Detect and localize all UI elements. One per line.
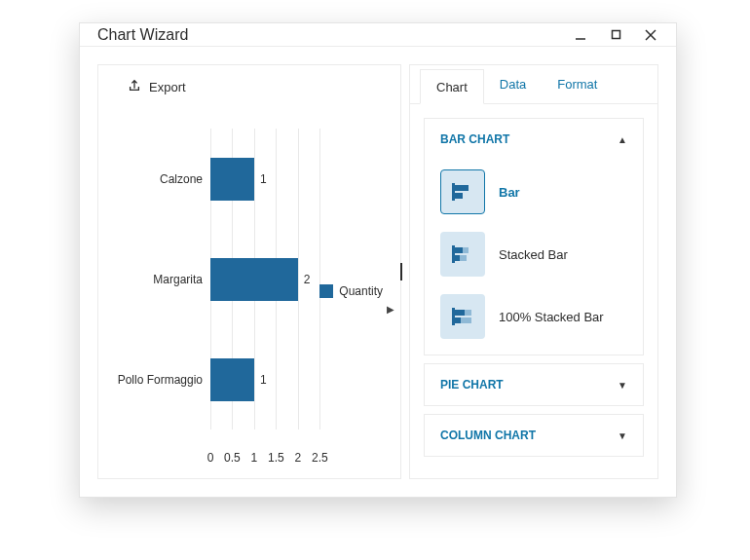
accordion-title-pie: PIE CHART	[440, 378, 504, 392]
category-label: Margarita	[113, 273, 210, 286]
chevron-down-icon: ▼	[618, 380, 627, 391]
chart-type-bar-label: Bar	[499, 185, 520, 200]
legend-label: Quantity	[339, 284, 383, 298]
x-tick-label: 0.5	[224, 451, 241, 465]
chart-type-bar[interactable]: Bar	[436, 166, 631, 218]
chart-type-stacked-bar[interactable]: Stacked Bar	[436, 228, 631, 280]
grid-line	[319, 129, 320, 429]
bar-value-label: 1	[260, 373, 267, 387]
svg-rect-10	[455, 255, 460, 261]
resize-handle[interactable]	[400, 263, 402, 280]
svg-rect-12	[452, 308, 455, 325]
accordion-bar-chart: BAR CHART ▲ Bar	[424, 118, 644, 355]
svg-rect-6	[455, 193, 463, 199]
chevron-up-icon: ▲	[618, 134, 627, 145]
maximize-button[interactable]	[608, 27, 623, 43]
bar-value-label: 1	[260, 172, 267, 186]
chart-type-stacked-bar-label: Stacked Bar	[499, 247, 568, 262]
x-tick-label: 2	[294, 451, 301, 465]
close-button[interactable]	[643, 27, 658, 43]
svg-rect-14	[465, 310, 471, 316]
accordion-header-bar[interactable]: BAR CHART ▲	[425, 119, 643, 160]
panel-body[interactable]: BAR CHART ▲ Bar	[410, 104, 657, 478]
bar[interactable]	[210, 258, 298, 301]
tab-chart[interactable]: Chart	[420, 69, 484, 104]
export-icon	[128, 79, 141, 95]
export-button[interactable]: Export	[128, 79, 186, 95]
svg-rect-1	[612, 31, 619, 39]
tab-data[interactable]: Data	[484, 65, 542, 103]
bar-row: Calzone1	[210, 155, 319, 204]
svg-rect-11	[460, 255, 467, 261]
window-title: Chart Wizard	[97, 26, 573, 44]
full-stacked-bar-icon	[440, 294, 485, 339]
bar-row: Pollo Formaggio1	[210, 355, 319, 404]
svg-rect-7	[452, 245, 455, 263]
svg-rect-5	[455, 185, 469, 191]
chevron-down-icon: ▼	[618, 430, 627, 441]
bar[interactable]	[210, 158, 254, 201]
chart-plot: Calzone1Margarita2Pollo Formaggio1 00.51…	[108, 114, 319, 468]
svg-rect-4	[452, 183, 455, 201]
x-tick-label: 1	[251, 451, 258, 465]
tab-format[interactable]: Format	[542, 65, 613, 103]
accordion-column-chart: COLUMN CHART ▼	[424, 414, 644, 457]
x-tick-label: 2.5	[312, 451, 328, 465]
category-label: Pollo Formaggio	[113, 373, 210, 387]
category-label: Calzone	[113, 172, 210, 186]
x-tick-label: 0	[207, 451, 214, 465]
bar[interactable]	[210, 358, 254, 401]
accordion-header-column[interactable]: COLUMN CHART ▼	[425, 415, 643, 456]
svg-rect-16	[461, 317, 471, 323]
export-label: Export	[149, 80, 186, 94]
titlebar: Chart Wizard	[80, 23, 676, 47]
chart-preview-panel: Export Calzone1Margarita2Pollo Formaggio…	[97, 64, 401, 479]
svg-rect-15	[455, 317, 461, 323]
accordion-title-column: COLUMN CHART	[440, 429, 536, 442]
legend-next-icon[interactable]: ▶	[387, 304, 394, 315]
svg-rect-9	[463, 247, 469, 253]
chart-type-100-stacked-bar-label: 100% Stacked Bar	[499, 310, 604, 324]
chart-wizard-window: Chart Wizard Export	[79, 22, 677, 498]
stacked-bar-icon	[440, 232, 485, 277]
accordion-pie-chart: PIE CHART ▼	[424, 363, 644, 406]
bar-value-label: 2	[304, 273, 311, 286]
x-tick-label: 1.5	[268, 451, 284, 465]
accordion-title-bar: BAR CHART	[440, 132, 509, 146]
legend-swatch	[319, 284, 333, 298]
chart-type-100-stacked-bar[interactable]: 100% Stacked Bar	[436, 290, 631, 343]
chart-legend: Quantity ▶	[319, 284, 391, 298]
minimize-button[interactable]	[573, 27, 588, 43]
svg-rect-8	[455, 247, 463, 253]
config-panel: Chart Data Format BAR CHART ▲	[409, 64, 658, 479]
bar-row: Margarita2	[210, 255, 319, 304]
config-tabs: Chart Data Format	[410, 65, 657, 104]
svg-rect-13	[455, 310, 465, 316]
bar-icon	[440, 169, 485, 214]
accordion-header-pie[interactable]: PIE CHART ▼	[425, 364, 643, 405]
chart-area: Calzone1Margarita2Pollo Formaggio1 00.51…	[108, 114, 391, 468]
